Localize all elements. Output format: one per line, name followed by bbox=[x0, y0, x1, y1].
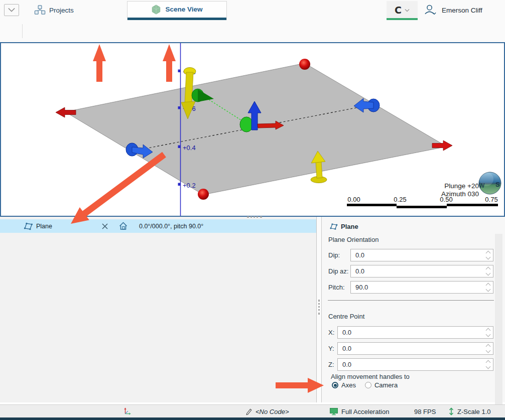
tab-projects-label: Projects bbox=[49, 7, 74, 14]
dip-input[interactable] bbox=[351, 249, 487, 261]
z-spinner[interactable] bbox=[484, 360, 491, 370]
window-bottom-strip bbox=[0, 417, 505, 420]
plane-properties-panel: Plane Plane Orientation Dip: Dip az: Pit… bbox=[321, 217, 505, 402]
align-heading: Align movement handles to bbox=[331, 373, 410, 380]
axes-indicator bbox=[123, 405, 132, 418]
radio-camera[interactable] bbox=[365, 382, 371, 388]
projects-cubes-icon bbox=[34, 5, 46, 16]
compass-w-label: W bbox=[479, 182, 485, 189]
z-scale-arrows-icon bbox=[448, 407, 454, 416]
moving-plane-icon bbox=[23, 221, 33, 231]
x-spinner[interactable] bbox=[484, 328, 491, 338]
remove-shape-icon[interactable] bbox=[101, 223, 108, 230]
user-name: Emerson Cliff bbox=[442, 7, 482, 14]
panel-title: Plane bbox=[329, 222, 358, 231]
scale-tick-label: 0.00 bbox=[347, 196, 360, 203]
y-spinner[interactable] bbox=[484, 344, 491, 354]
acceleration-label: Full Acceleration bbox=[341, 408, 389, 415]
monitor-icon bbox=[329, 407, 338, 416]
axes-icon bbox=[123, 407, 132, 416]
scene-toolbar: Look bbox=[0, 20, 505, 42]
fps-indicator: 98 FPS bbox=[414, 405, 436, 418]
fps-label: 98 FPS bbox=[414, 408, 436, 415]
chevron-down-icon bbox=[405, 9, 410, 12]
z-scale-label: Z-Scale 1.0 bbox=[457, 408, 490, 415]
central-logo: C bbox=[395, 5, 402, 16]
z-input[interactable] bbox=[338, 359, 487, 370]
top-tab-bar: Projects Scene View C bbox=[0, 0, 505, 21]
scene-viewport[interactable]: +0.8 +0.6 +0.4 +0.2 bbox=[0, 42, 505, 217]
user-icon bbox=[423, 4, 438, 17]
tab-projects[interactable]: Projects bbox=[34, 4, 74, 16]
code-indicator: <No Code> bbox=[245, 405, 289, 418]
scale-tick-label: 0.75 bbox=[485, 196, 497, 203]
dip-az-spinner[interactable] bbox=[484, 266, 491, 276]
dip-spinner[interactable] bbox=[484, 250, 491, 260]
acceleration-indicator: Full Acceleration bbox=[329, 405, 389, 418]
moving-plane-icon bbox=[329, 222, 338, 231]
pencil-icon bbox=[245, 407, 252, 416]
panel-scrollbar[interactable] bbox=[495, 234, 502, 414]
dip-az-label: Dip az: bbox=[328, 267, 348, 275]
radio-axes[interactable] bbox=[332, 382, 338, 388]
scene-canvas: +0.8 +0.6 +0.4 +0.2 bbox=[1, 43, 504, 216]
scene-hexagon-icon bbox=[151, 4, 161, 15]
compass-ball[interactable]: W S bbox=[479, 172, 501, 194]
align-options: Axes Camera bbox=[332, 381, 398, 389]
axis-tick-label: +0.4 bbox=[183, 144, 196, 152]
dip-az-field[interactable] bbox=[350, 265, 493, 277]
scale-tick-label: 0.25 bbox=[394, 196, 406, 203]
dip-az-input[interactable] bbox=[351, 265, 487, 277]
pitch-label: Pitch: bbox=[328, 284, 345, 291]
scale-tick-label: 0.50 bbox=[440, 196, 452, 203]
corner-sphere-north[interactable] bbox=[299, 59, 310, 70]
application-window: Projects Scene View C bbox=[0, 0, 505, 420]
compass-s-label: S bbox=[495, 181, 500, 188]
y-input[interactable] bbox=[338, 343, 487, 354]
code-label: <No Code> bbox=[256, 408, 289, 415]
z-label: Z: bbox=[328, 361, 334, 368]
toolbar-divider bbox=[22, 24, 23, 38]
y-field[interactable] bbox=[337, 342, 493, 355]
shape-row-orientation: 0.0°/000.0°, pitch 90.0° bbox=[139, 223, 203, 230]
radio-camera-label: Camera bbox=[374, 381, 398, 389]
status-bar: <No Code> Full Acceleration 98 FPS Z-Sca… bbox=[0, 404, 505, 418]
y-label: Y: bbox=[328, 345, 334, 352]
centre-disc-green[interactable] bbox=[240, 117, 253, 132]
dip-field[interactable] bbox=[350, 249, 493, 261]
horizontal-splitter-handle[interactable] bbox=[247, 216, 262, 219]
chevron-down-icon bbox=[7, 7, 17, 14]
centre-point-heading: Centre Point bbox=[328, 313, 364, 320]
user-menu[interactable]: Emerson Cliff bbox=[423, 3, 482, 17]
shape-list-row-plane[interactable]: Plane 0.0°/000.0°, pitch 90.0° bbox=[0, 219, 316, 233]
section-divider bbox=[328, 300, 494, 301]
reset-home-icon[interactable] bbox=[118, 221, 128, 231]
dip-label: Dip: bbox=[328, 251, 340, 259]
x-field[interactable] bbox=[337, 326, 493, 339]
axis-tick-label: +0.2 bbox=[183, 182, 196, 189]
shape-list-panel: Plane 0.0°/000.0°, pitch 90.0° bbox=[0, 217, 317, 402]
pitch-input[interactable] bbox=[351, 282, 487, 293]
tab-scene-view-label: Scene View bbox=[165, 6, 202, 13]
x-input[interactable] bbox=[338, 327, 487, 338]
corner-sphere-south[interactable] bbox=[198, 189, 209, 200]
pitch-field[interactable] bbox=[350, 281, 493, 294]
central-connect-button[interactable]: C bbox=[387, 1, 418, 19]
align-option-axes[interactable]: Axes bbox=[332, 381, 356, 389]
collapse-ribbon-button[interactable] bbox=[4, 4, 19, 16]
z-scale-indicator: Z-Scale 1.0 bbox=[448, 405, 490, 418]
x-label: X: bbox=[328, 329, 334, 336]
align-option-camera[interactable]: Camera bbox=[365, 381, 398, 389]
plunge-label: Plunge +20 bbox=[444, 182, 479, 190]
panel-title-label: Plane bbox=[341, 223, 358, 230]
radio-axes-label: Axes bbox=[341, 381, 356, 389]
shape-row-label: Plane bbox=[36, 223, 52, 230]
orientation-heading: Plane Orientation bbox=[328, 236, 378, 243]
tab-scene-view[interactable]: Scene View bbox=[127, 1, 227, 20]
z-field[interactable] bbox=[337, 358, 493, 371]
pitch-spinner[interactable] bbox=[484, 283, 491, 293]
